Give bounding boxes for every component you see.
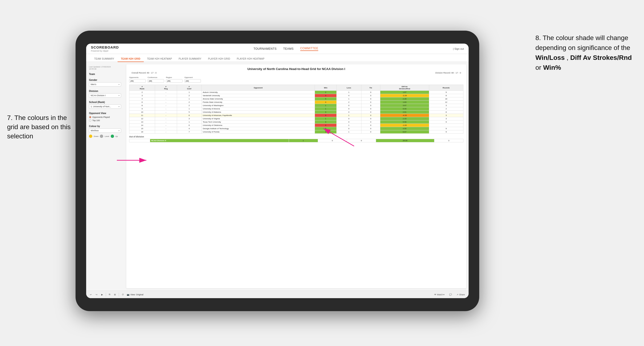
- sign-out[interactable]: | Sign out: [453, 47, 464, 50]
- share-btn[interactable]: ↗ Share: [456, 293, 466, 296]
- colour-by-label: Colour by: [89, 125, 121, 128]
- legend-down-dot: [89, 135, 92, 138]
- school-rank-select[interactable]: 1. University of Nort...: [89, 104, 121, 109]
- legend-up-dot: [111, 135, 114, 138]
- cell-opponent: Vanderbilt University: [201, 94, 315, 97]
- redo-btn[interactable]: ↪: [95, 293, 98, 296]
- cell-reg: -: [155, 91, 177, 94]
- opponent-select[interactable]: (All): [184, 79, 201, 83]
- cell-win: 1: [315, 104, 336, 107]
- col-diff: Diff AvStrokes/Rnd: [380, 85, 429, 91]
- legend-level-dot: [100, 135, 103, 138]
- cell-tie: 0: [362, 101, 380, 104]
- forward-btn[interactable]: ▶: [100, 293, 104, 296]
- overall-record-label: Overall Record:: [132, 72, 146, 74]
- col-tie: Tie: [362, 85, 380, 91]
- division-label: Division: [89, 90, 121, 92]
- opponent-view-label: Opponent View: [89, 112, 121, 115]
- paste-btn[interactable]: ⊞: [113, 293, 117, 296]
- cell-rank: 15: [129, 127, 155, 130]
- clock-btn[interactable]: ⏱: [121, 293, 125, 296]
- cell-win: 4: [315, 101, 336, 104]
- tab-player-h2h-grid[interactable]: PLAYER H2H GRID: [205, 56, 234, 62]
- cell-reg: -: [155, 104, 177, 107]
- main-content: Last Updated: 27/03/2024 16:55:38 Team G…: [86, 62, 468, 291]
- tab-player-h2h-heatmap[interactable]: PLAYER H2H HEATMAP: [234, 56, 268, 62]
- gender-select[interactable]: Men's: [89, 82, 121, 86]
- cell-tie: 0: [362, 94, 380, 97]
- cell-opponent: Auburn University: [201, 91, 315, 94]
- cell-diff: 3.67: [380, 104, 429, 107]
- annotation-bold-2: Diff Av Strokes/Rnd: [570, 54, 632, 61]
- nav-committee[interactable]: COMMITTEE: [300, 47, 318, 51]
- radio-opponents-played[interactable]: Opponents Played: [89, 116, 121, 118]
- school-rank-label: School (Rank): [89, 101, 121, 103]
- data-table: #Rank #Reg #Conf Opponent Win Loss Tie D…: [129, 85, 464, 134]
- cell-opponent: Arizona State University: [201, 97, 315, 101]
- cell-rounds: 3: [429, 117, 463, 120]
- cell-win: 0: [315, 94, 336, 97]
- annotation-right-text: The colour shade will change depending o…: [536, 34, 630, 51]
- copy-btn[interactable]: ⧉: [108, 293, 111, 296]
- legend-level-label: Level: [104, 135, 109, 137]
- cell-reg: -: [155, 124, 177, 127]
- cell-rounds: 12: [429, 101, 463, 104]
- cell-diff: 2.61: [380, 111, 429, 114]
- conference-select[interactable]: (All): [148, 79, 164, 83]
- radio-top100[interactable]: Top 100: [89, 119, 121, 122]
- sub-nav: TEAM SUMMARY TEAM H2H GRID TEAM H2H HEAT…: [86, 54, 468, 62]
- cell-tie: 0: [362, 111, 380, 114]
- col-reg: #Reg: [155, 85, 177, 91]
- cell-rank: 13: [129, 120, 155, 124]
- filter-row: Opponents: (All) Conference (All) Region: [129, 76, 464, 83]
- tab-team-h2h-heatmap[interactable]: TEAM H2H HEATMAP: [144, 56, 176, 62]
- tablet-frame: SCOREBOARD Powered by clippd TOURNAMENTS…: [76, 31, 479, 311]
- cell-tie: 0: [362, 97, 380, 101]
- opponents-select[interactable]: (All): [129, 79, 146, 83]
- comment-btn[interactable]: 💬: [448, 293, 453, 296]
- cell-conf: 1: [177, 107, 201, 111]
- cell-rounds: [429, 124, 463, 127]
- cell-reg: -: [155, 117, 177, 120]
- cell-conf: 4: [177, 127, 201, 130]
- filter-conference: Conference (All): [148, 76, 164, 83]
- cell-loss: 0: [336, 104, 362, 107]
- cell-conf: 3: [177, 117, 201, 120]
- team-section: Team: [89, 73, 121, 75]
- undo-btn[interactable]: ↩: [89, 293, 93, 296]
- cell-conf: 2: [177, 104, 201, 107]
- opponent-view-section: Opponent View Opponents Played Top 100: [89, 112, 121, 122]
- annotation-bold-1: Win/Loss: [536, 54, 565, 61]
- division-select[interactable]: NCAA Division I: [89, 93, 121, 98]
- cell-rank: 14: [129, 124, 155, 127]
- cell-win: 0: [315, 114, 336, 117]
- cell-opponent: University of Alabama: [201, 111, 315, 114]
- nav-teams[interactable]: TEAMS: [283, 47, 294, 50]
- cell-tie: 0: [362, 104, 380, 107]
- cell-reg: -: [155, 130, 177, 134]
- colour-by-select[interactable]: Win/loss: [89, 129, 121, 133]
- nav-tournaments[interactable]: TOURNAMENTS: [254, 47, 277, 50]
- view-label[interactable]: 📷 View: Original: [127, 293, 143, 296]
- opponents-label: Opponents:: [129, 76, 146, 78]
- cell-opponent: University of Oklahoma: [201, 124, 315, 127]
- ood-name: NCAA Division II: [150, 139, 289, 142]
- tab-player-summary[interactable]: PLAYER SUMMARY: [176, 56, 205, 62]
- filter-opponent: Opponent (All): [184, 76, 201, 83]
- annotation-right-number: 8.: [536, 34, 541, 41]
- conference-label: Conference: [148, 76, 164, 78]
- ood-rounds: 3: [434, 139, 463, 142]
- cell-reg: -: [155, 94, 177, 97]
- watch-btn[interactable]: 👁 Watch ▾: [433, 293, 446, 296]
- cell-rounds: 9: [429, 120, 463, 124]
- cell-win: 1: [315, 107, 336, 111]
- ood-empty: [129, 139, 150, 142]
- annotation-left-number: 7.: [7, 114, 12, 121]
- region-select[interactable]: (All): [166, 79, 182, 83]
- cell-win: 0: [315, 124, 336, 127]
- cell-diff: 2.28: [380, 97, 429, 101]
- ood-win: 1: [289, 139, 318, 142]
- radio-dot-unselected: [89, 119, 91, 122]
- tab-team-summary[interactable]: TEAM SUMMARY: [91, 56, 118, 62]
- tab-team-h2h-grid[interactable]: TEAM H2H GRID: [118, 56, 144, 62]
